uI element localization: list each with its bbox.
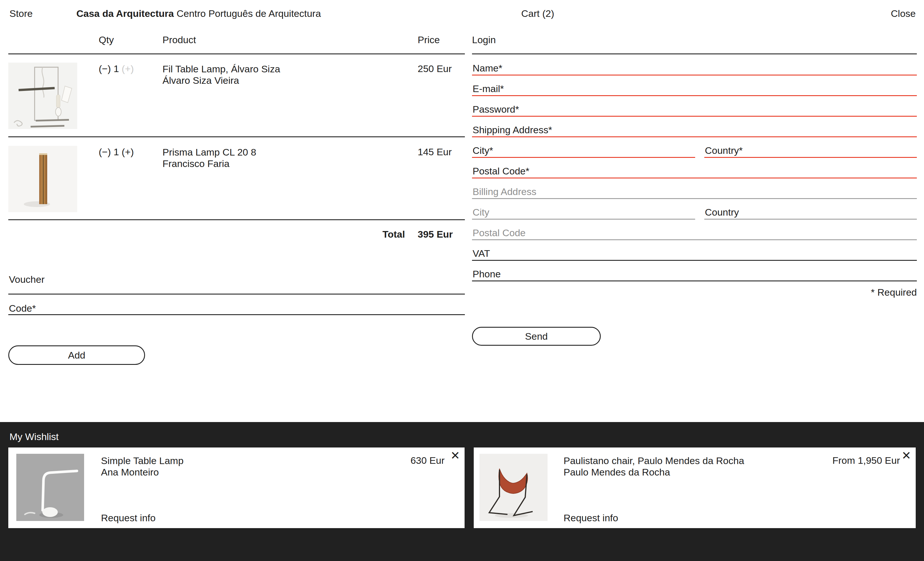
qty-column-header: Qty (99, 34, 114, 45)
wishlist-product-designer: Paulo Mendes da Rocha (564, 466, 744, 478)
product-title[interactable]: Prisma Lamp CL 20 8 (162, 147, 256, 158)
postal-code-label: Postal Code* (472, 166, 529, 177)
divider (8, 136, 465, 137)
add-voucher-button[interactable]: Add (8, 346, 145, 365)
billing-city-label: City (472, 207, 489, 218)
wishlist-product-title[interactable]: Simple Table Lamp (101, 455, 184, 466)
billing-postal-code-field[interactable]: Postal Code (472, 227, 917, 241)
simple-table-lamp-photo (16, 454, 84, 521)
divider (8, 54, 465, 54)
fil-table-lamp-photo (8, 63, 77, 129)
divider (472, 54, 917, 54)
decrease-qty-button[interactable]: (−) (99, 147, 111, 157)
simple-table-lamp-illustration (16, 454, 84, 521)
phone-field[interactable]: Phone (472, 268, 917, 282)
shipping-address-field[interactable]: Shipping Address* (472, 124, 917, 138)
price-column-header: Price (418, 34, 440, 45)
item-qty-control: (−) 1 (+) (99, 147, 134, 157)
product-title[interactable]: Fil Table Lamp, Álvaro Siza (162, 63, 280, 75)
voucher-code-field[interactable]: Code* (8, 303, 465, 316)
cart-overlay: Store Casa da Arquitectura Centro Portug… (0, 0, 924, 561)
postal-code-field[interactable]: Postal Code* (472, 166, 917, 179)
login-title: Login (472, 34, 496, 45)
increase-qty-button[interactable]: (+) (122, 147, 134, 157)
wishlist-card: Paulistano chair, Paulo Mendes da Rocha … (474, 447, 916, 528)
wishlist-product-designer: Ana Monteiro (101, 466, 184, 478)
country-label: Country* (705, 145, 742, 156)
name-label: Name* (472, 63, 502, 74)
wishlist-product-info: Simple Table Lamp Ana Monteiro (101, 455, 184, 478)
product-price: 145 Eur (418, 147, 452, 157)
request-info-link[interactable]: Request info (564, 512, 618, 524)
total-label: Total (382, 229, 405, 240)
billing-address-field[interactable]: Billing Address (472, 186, 917, 199)
billing-address-label: Billing Address (472, 186, 536, 197)
password-field[interactable]: Password* (472, 104, 917, 117)
divider (8, 294, 465, 295)
paulistano-chair-illustration (480, 454, 548, 521)
wishlist-product-price: 630 Eur (411, 455, 444, 466)
product-price: 250 Eur (418, 63, 452, 74)
vat-label: VAT (472, 248, 490, 259)
email-label: E-mail* (472, 83, 504, 94)
product-designer: Álvaro Siza Vieira (162, 75, 280, 86)
voucher-title: Voucher (9, 274, 45, 285)
prisma-lamp-photo (8, 146, 77, 212)
city-label: City* (472, 145, 493, 156)
billing-country-label: Country (705, 207, 739, 218)
send-button[interactable]: Send (472, 327, 601, 346)
billing-country-field[interactable]: Country (704, 207, 917, 220)
item-qty-control: (−) 1 (+) (99, 63, 134, 74)
paulistano-chair-photo (480, 454, 548, 521)
phone-label: Phone (472, 268, 501, 280)
qty-value: 1 (114, 63, 119, 74)
wishlist-card: Simple Table Lamp Ana Monteiro 630 Eur ✕… (8, 447, 465, 528)
remove-wishlist-item-icon[interactable]: ✕ (902, 450, 911, 461)
prisma-lamp-illustration (8, 146, 77, 212)
wishlist-product-price: From 1,950 Eur (832, 455, 900, 466)
product-info: Prisma Lamp CL 20 8 Francisco Faria (162, 147, 256, 169)
billing-city-field[interactable]: City (472, 207, 695, 220)
fil-table-lamp-illustration (8, 63, 77, 129)
request-info-link[interactable]: Request info (101, 512, 156, 524)
decrease-qty-button[interactable]: (−) (99, 63, 111, 74)
name-field[interactable]: Name* (472, 63, 917, 76)
product-designer: Francisco Faria (162, 158, 256, 169)
login-section: Login Name* E-mail* Password* Shipping A… (472, 0, 917, 422)
wishlist-section: My Wishlist Simple Table Lamp Ana Montei… (0, 422, 924, 561)
required-note: * Required (871, 287, 917, 298)
wishlist-product-info: Paulistano chair, Paulo Mendes da Rocha … (564, 455, 744, 478)
password-label: Password* (472, 104, 519, 115)
shipping-address-label: Shipping Address* (472, 124, 552, 136)
billing-postal-code-label: Postal Code (472, 227, 525, 238)
remove-wishlist-item-icon[interactable]: ✕ (450, 450, 460, 461)
product-info: Fil Table Lamp, Álvaro Siza Álvaro Siza … (162, 63, 280, 86)
voucher-code-label: Code* (9, 303, 36, 314)
vat-field[interactable]: VAT (472, 248, 917, 261)
wishlist-product-title[interactable]: Paulistano chair, Paulo Mendes da Rocha (564, 455, 744, 466)
email-field[interactable]: E-mail* (472, 83, 917, 96)
total-value: 395 Eur (418, 229, 453, 240)
wishlist-title: My Wishlist (9, 431, 58, 442)
city-field[interactable]: City* (472, 145, 695, 158)
cart-section: Qty Product Price (−) 1 (+) (8, 0, 465, 422)
qty-value: 1 (114, 147, 119, 157)
increase-qty-button[interactable]: (+) (122, 63, 134, 74)
country-field[interactable]: Country* (704, 145, 917, 158)
divider (8, 314, 465, 315)
product-column-header: Product (162, 34, 196, 45)
divider (8, 219, 465, 220)
